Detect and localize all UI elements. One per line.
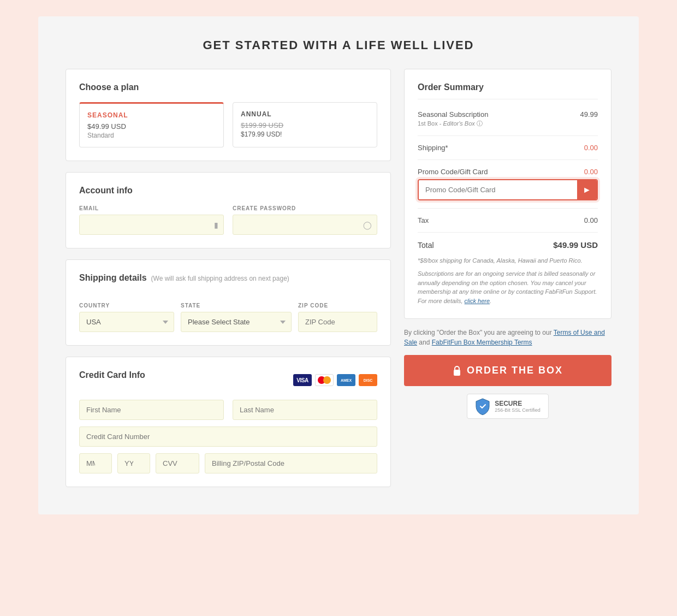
order-btn-label: ORDER THE BOX — [467, 365, 563, 376]
account-section-title: Account info — [79, 186, 377, 196]
email-input[interactable] — [79, 215, 224, 235]
cc-lastname-input[interactable] — [233, 400, 377, 420]
state-select[interactable]: Please Select State Alabama Alaska Calif… — [181, 312, 292, 332]
cc-mm-input[interactable] — [79, 453, 112, 473]
country-group: COUNTRY USA Canada — [79, 303, 174, 332]
lock-icon — [453, 365, 461, 376]
email-group: EMAIL ▮ — [79, 205, 224, 235]
password-input-wrapper: ◯ — [233, 215, 377, 235]
shipping-subtitle: (We will ask full shipping address on ne… — [151, 275, 289, 282]
subscription-row: Seasonal Subscription 1st Box - Editor's… — [418, 110, 598, 128]
order-divider-4 — [418, 232, 598, 233]
shipping-row-summary: Shipping* 0.00 — [418, 144, 598, 152]
account-card: Account info EMAIL ▮ CREATE PASSWORD — [66, 172, 391, 248]
plan-annual[interactable]: ANNUAL $199.99 USD $179.99 USD! — [233, 102, 377, 147]
cc-small-row — [79, 453, 377, 473]
annual-plan-price: $179.99 USD! — [241, 131, 369, 138]
subscription-note-link[interactable]: click here — [465, 298, 490, 304]
cc-yy-group — [117, 453, 150, 473]
shipping-section-title: Shipping details — [79, 273, 147, 283]
cc-number-group — [79, 427, 377, 447]
promo-apply-button[interactable]: ► — [577, 180, 597, 199]
password-input[interactable] — [233, 215, 377, 235]
secure-badge-inner: SECURE 256-Bit SSL Certified — [467, 394, 549, 419]
order-divider-3 — [418, 208, 598, 209]
order-summary-card: Order Summary Seasonal Subscription 1st … — [404, 69, 611, 319]
subscription-value: 49.99 — [580, 110, 598, 119]
zip-input[interactable] — [298, 312, 377, 332]
cc-number-input[interactable] — [79, 427, 377, 447]
order-divider-1 — [418, 135, 598, 136]
zip-group: ZIP CODE — [298, 303, 377, 332]
cc-lastname-group — [233, 400, 377, 420]
cc-cvv-input[interactable] — [156, 453, 199, 473]
plan-seasonal[interactable]: SEASONAL $49.99 USD Standard — [79, 102, 224, 147]
annual-plan-price-strikethrough: $199.99 USD — [241, 121, 369, 129]
country-select[interactable]: USA Canada — [79, 312, 174, 332]
state-label: STATE — [181, 303, 292, 309]
subscription-info: Seasonal Subscription 1st Box - Editor's… — [418, 110, 488, 128]
terms-text: By clicking "Order the Box" you are agre… — [404, 328, 611, 347]
password-label: CREATE PASSWORD — [233, 205, 377, 211]
page-title: GET STARTED WITH A LIFE WELL LIVED — [66, 38, 611, 52]
membership-terms-link[interactable]: FabFitFun Box Membership Terms — [432, 339, 532, 346]
email-input-wrapper: ▮ — [79, 215, 224, 235]
promo-label: Promo Code/Gift Card — [418, 168, 488, 176]
seasonal-plan-label: Standard — [87, 132, 216, 139]
order-the-box-button[interactable]: ORDER THE BOX — [404, 355, 611, 386]
order-divider-2 — [418, 159, 598, 160]
cc-yy-input[interactable] — [117, 453, 150, 473]
amex-icon: AMEX — [337, 374, 355, 386]
visa-icon: VISA — [293, 374, 312, 386]
cc-billing-group — [205, 453, 377, 473]
svg-rect-0 — [454, 370, 460, 376]
subscription-note: Subscriptions are for an ongoing service… — [418, 269, 598, 305]
cc-name-row — [79, 400, 377, 420]
total-label: Total — [418, 241, 434, 250]
shipping-label-summary: Shipping* — [418, 144, 448, 152]
account-form-row: EMAIL ▮ CREATE PASSWORD ◯ — [79, 205, 377, 235]
promo-input-row: ► — [418, 179, 598, 200]
tax-label: Tax — [418, 216, 429, 224]
country-label: COUNTRY — [79, 303, 174, 309]
seasonal-plan-price: $49.99 USD — [87, 122, 216, 131]
seasonal-plan-name: SEASONAL — [87, 111, 216, 119]
mastercard-icon — [315, 374, 334, 386]
credit-card-card: Credit Card Info VISA AMEX DISC — [66, 357, 391, 487]
cc-mm-group — [79, 453, 112, 473]
promo-code-input[interactable] — [419, 180, 577, 199]
zip-label: ZIP CODE — [298, 303, 377, 309]
shipping-card: Shipping details (We will ask full shipp… — [66, 259, 391, 346]
editors-box-label: 1st Box - Editor's Box ⓘ — [418, 120, 488, 128]
promo-label-row: Promo Code/Gift Card 0.00 — [418, 168, 598, 176]
discover-icon: DISC — [359, 374, 377, 386]
cc-billing-zip-input[interactable] — [205, 453, 377, 473]
shipping-value-summary: 0.00 — [584, 144, 598, 152]
promo-value: 0.00 — [584, 168, 598, 176]
cc-cvv-group — [156, 453, 199, 473]
shipping-row: COUNTRY USA Canada STATE Please Select S… — [79, 303, 377, 332]
plan-section-title: Choose a plan — [79, 82, 377, 92]
cc-icons: VISA AMEX DISC — [293, 374, 377, 386]
secure-shield-icon — [475, 398, 490, 415]
email-label: EMAIL — [79, 205, 224, 211]
secure-sublabel: 256-Bit SSL Certified — [495, 407, 541, 413]
secure-top-label: SECURE — [495, 400, 541, 407]
page-wrapper: GET STARTED WITH A LIFE WELL LIVED Choos… — [38, 16, 639, 514]
cc-header: Credit Card Info VISA AMEX DISC — [79, 370, 377, 390]
plan-card: Choose a plan SEASONAL $49.99 USD Standa… — [66, 69, 391, 161]
password-group: CREATE PASSWORD ◯ — [233, 205, 377, 235]
annual-plan-name: ANNUAL — [241, 110, 369, 118]
shipping-title-row: Shipping details (We will ask full shipp… — [79, 273, 377, 293]
subscription-label: Seasonal Subscription — [418, 110, 488, 119]
plan-options: SEASONAL $49.99 USD Standard ANNUAL $199… — [79, 102, 377, 147]
tax-row: Tax 0.00 — [418, 216, 598, 224]
order-summary-title: Order Summary — [418, 82, 598, 99]
total-row: Total $49.99 USD — [418, 240, 598, 250]
cc-section-title: Credit Card Info — [79, 370, 145, 380]
cc-firstname-input[interactable] — [79, 400, 224, 420]
state-group: STATE Please Select State Alabama Alaska… — [181, 303, 292, 332]
main-layout: Choose a plan SEASONAL $49.99 USD Standa… — [66, 69, 611, 487]
secure-text: SECURE 256-Bit SSL Certified — [495, 400, 541, 413]
left-column: Choose a plan SEASONAL $49.99 USD Standa… — [66, 69, 391, 487]
